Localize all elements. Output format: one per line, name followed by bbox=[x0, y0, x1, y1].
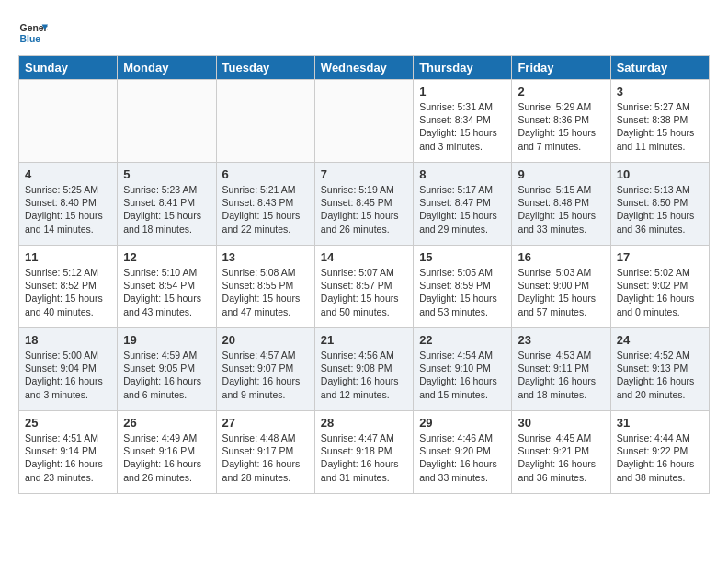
cell-content-line: and 28 minutes. bbox=[222, 471, 309, 484]
calendar-cell: 9Sunrise: 5:15 AMSunset: 8:48 PMDaylight… bbox=[512, 163, 610, 246]
day-header-friday: Friday bbox=[512, 56, 610, 80]
cell-content-line: Sunrise: 4:52 AM bbox=[617, 349, 703, 362]
day-number: 4 bbox=[25, 167, 111, 181]
cell-content-line: Sunset: 9:04 PM bbox=[25, 362, 111, 374]
logo-icon: General Blue bbox=[18, 18, 48, 48]
cell-content-line: Sunrise: 4:51 AM bbox=[25, 431, 111, 444]
cell-content-line: Sunrise: 5:03 AM bbox=[518, 266, 604, 279]
cell-content-line: Sunrise: 4:44 AM bbox=[617, 431, 703, 444]
cell-content-line: and 6 minutes. bbox=[123, 388, 210, 401]
cell-content-line: Sunset: 8:54 PM bbox=[123, 279, 210, 292]
cell-content-line: Sunrise: 5:25 AM bbox=[25, 183, 111, 196]
cell-content-line: Sunset: 8:36 PM bbox=[518, 113, 604, 126]
calendar-cell: 3Sunrise: 5:27 AMSunset: 8:38 PMDaylight… bbox=[610, 80, 709, 163]
cell-content-line: Daylight: 16 hours bbox=[617, 374, 703, 387]
cell-content-line: Daylight: 16 hours bbox=[321, 374, 407, 387]
cell-content-line: and 26 minutes. bbox=[123, 471, 210, 484]
cell-content-line: Daylight: 15 hours bbox=[123, 292, 210, 304]
day-header-sunday: Sunday bbox=[19, 56, 118, 80]
day-header-saturday: Saturday bbox=[610, 56, 709, 80]
page-header: General Blue bbox=[18, 18, 710, 48]
cell-content-line: Sunrise: 4:45 AM bbox=[518, 431, 604, 444]
cell-content-line: Sunset: 9:05 PM bbox=[123, 362, 210, 374]
day-header-row: SundayMondayTuesdayWednesdayThursdayFrid… bbox=[19, 56, 710, 80]
day-number: 20 bbox=[222, 333, 309, 347]
cell-content-line: Sunset: 9:21 PM bbox=[518, 444, 604, 457]
calendar-cell bbox=[314, 80, 413, 163]
cell-content-line: Sunset: 9:16 PM bbox=[123, 444, 210, 457]
week-row-4: 18Sunrise: 5:00 AMSunset: 9:04 PMDayligh… bbox=[19, 328, 710, 411]
cell-content-line: Sunrise: 5:17 AM bbox=[419, 183, 506, 196]
cell-content-line: Sunrise: 5:05 AM bbox=[419, 266, 506, 279]
cell-content-line: Daylight: 16 hours bbox=[321, 457, 407, 470]
calendar-cell: 21Sunrise: 4:56 AMSunset: 9:08 PMDayligh… bbox=[314, 328, 413, 411]
cell-content-line: and 29 minutes. bbox=[419, 223, 506, 236]
cell-content-line: Sunset: 8:50 PM bbox=[617, 196, 703, 209]
calendar-cell: 27Sunrise: 4:48 AMSunset: 9:17 PMDayligh… bbox=[216, 411, 314, 494]
cell-content-line: Daylight: 16 hours bbox=[25, 374, 111, 387]
calendar-cell: 16Sunrise: 5:03 AMSunset: 9:00 PMDayligh… bbox=[512, 246, 610, 328]
day-number: 5 bbox=[123, 167, 210, 181]
day-header-thursday: Thursday bbox=[414, 56, 512, 80]
cell-content-line: Sunrise: 4:59 AM bbox=[123, 349, 210, 362]
cell-content-line: Daylight: 15 hours bbox=[321, 292, 407, 304]
cell-content-line: Sunset: 8:52 PM bbox=[25, 279, 111, 292]
cell-content-line: Daylight: 16 hours bbox=[617, 457, 703, 470]
cell-content-line: Sunset: 8:45 PM bbox=[321, 196, 407, 209]
cell-content-line: Sunset: 9:17 PM bbox=[222, 444, 309, 457]
cell-content-line: Sunrise: 5:13 AM bbox=[617, 183, 703, 196]
cell-content-line: Sunset: 9:07 PM bbox=[222, 362, 309, 374]
calendar-cell: 7Sunrise: 5:19 AMSunset: 8:45 PMDaylight… bbox=[314, 163, 413, 246]
cell-content-line: and 3 minutes. bbox=[25, 388, 111, 401]
cell-content-line: and 53 minutes. bbox=[419, 305, 506, 318]
cell-content-line: Daylight: 16 hours bbox=[222, 457, 309, 470]
cell-content-line: Daylight: 15 hours bbox=[25, 292, 111, 304]
day-number: 1 bbox=[419, 85, 506, 98]
day-number: 23 bbox=[518, 333, 604, 347]
calendar-cell: 2Sunrise: 5:29 AMSunset: 8:36 PMDaylight… bbox=[512, 80, 610, 163]
cell-content-line: and 18 minutes. bbox=[123, 223, 210, 236]
day-number: 30 bbox=[518, 416, 604, 430]
cell-content-line: Sunset: 9:22 PM bbox=[617, 444, 703, 457]
cell-content-line: Sunset: 8:48 PM bbox=[518, 196, 604, 209]
cell-content-line: Sunrise: 4:47 AM bbox=[321, 431, 407, 444]
day-number: 15 bbox=[419, 250, 506, 264]
cell-content-line: Sunrise: 4:54 AM bbox=[419, 349, 506, 362]
cell-content-line: Sunset: 8:41 PM bbox=[123, 196, 210, 209]
cell-content-line: Daylight: 15 hours bbox=[617, 209, 703, 222]
cell-content-line: Sunset: 8:34 PM bbox=[419, 113, 506, 126]
cell-content-line: Daylight: 15 hours bbox=[419, 126, 506, 139]
cell-content-line: Daylight: 15 hours bbox=[419, 209, 506, 222]
cell-content-line: Sunrise: 5:10 AM bbox=[123, 266, 210, 279]
cell-content-line: Sunrise: 5:08 AM bbox=[222, 266, 309, 279]
cell-content-line: Sunrise: 5:27 AM bbox=[617, 100, 703, 113]
cell-content-line: and 36 minutes. bbox=[518, 471, 604, 484]
cell-content-line: Sunset: 8:55 PM bbox=[222, 279, 309, 292]
cell-content-line: Daylight: 15 hours bbox=[222, 292, 309, 304]
cell-content-line: and 7 minutes. bbox=[518, 140, 604, 153]
cell-content-line: and 47 minutes. bbox=[222, 305, 309, 318]
day-number: 22 bbox=[419, 333, 506, 347]
calendar-cell: 6Sunrise: 5:21 AMSunset: 8:43 PMDaylight… bbox=[216, 163, 314, 246]
calendar-cell: 20Sunrise: 4:57 AMSunset: 9:07 PMDayligh… bbox=[216, 328, 314, 411]
cell-content-line: Sunrise: 4:48 AM bbox=[222, 431, 309, 444]
cell-content-line: Daylight: 15 hours bbox=[518, 209, 604, 222]
cell-content-line: Sunrise: 5:15 AM bbox=[518, 183, 604, 196]
day-number: 6 bbox=[222, 167, 309, 181]
day-number: 11 bbox=[25, 250, 111, 264]
cell-content-line: Daylight: 15 hours bbox=[222, 209, 309, 222]
cell-content-line: Daylight: 16 hours bbox=[617, 292, 703, 304]
calendar-cell bbox=[216, 80, 314, 163]
cell-content-line: Sunrise: 5:31 AM bbox=[419, 100, 506, 113]
cell-content-line: and 31 minutes. bbox=[321, 471, 407, 484]
cell-content-line: Sunrise: 4:56 AM bbox=[321, 349, 407, 362]
cell-content-line: and 20 minutes. bbox=[617, 388, 703, 401]
cell-content-line: and 50 minutes. bbox=[321, 305, 407, 318]
cell-content-line: Sunset: 8:47 PM bbox=[419, 196, 506, 209]
cell-content-line: Sunset: 8:43 PM bbox=[222, 196, 309, 209]
cell-content-line: Sunset: 9:11 PM bbox=[518, 362, 604, 374]
calendar-cell: 31Sunrise: 4:44 AMSunset: 9:22 PMDayligh… bbox=[610, 411, 709, 494]
day-number: 26 bbox=[123, 416, 210, 430]
calendar-cell: 26Sunrise: 4:49 AMSunset: 9:16 PMDayligh… bbox=[118, 411, 216, 494]
cell-content-line: Daylight: 16 hours bbox=[25, 457, 111, 470]
